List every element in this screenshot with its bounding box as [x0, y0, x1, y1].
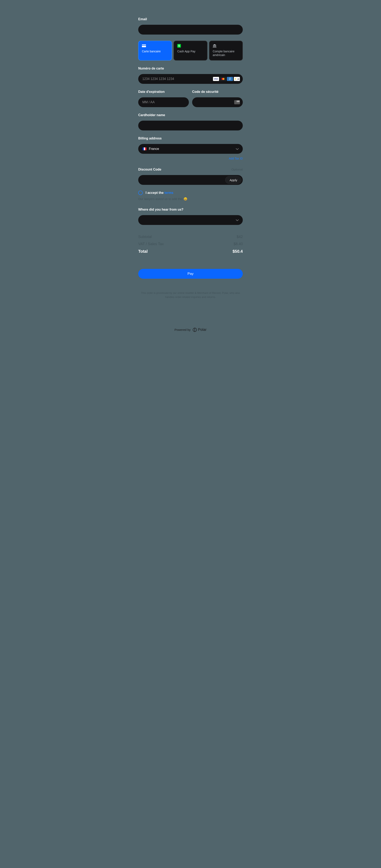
payment-tab-card-label: Carte bancaire	[142, 50, 168, 53]
terms-checkbox[interactable]	[138, 191, 143, 195]
payment-tab-usbank-label: Compte bancaire américain	[213, 50, 239, 57]
mastercard-icon	[220, 77, 226, 81]
polar-logo: Polar	[193, 328, 207, 332]
svg-rect-7	[215, 45, 215, 47]
polar-mark-icon	[193, 328, 197, 332]
vat-label: VAT / Sales Tax	[138, 242, 164, 246]
billing-label: Billing address	[138, 136, 243, 140]
email-input[interactable]	[138, 25, 243, 35]
vat-value: $8.40	[234, 242, 243, 246]
cardholder-input[interactable]	[138, 121, 243, 130]
terms-link[interactable]: terms	[164, 191, 173, 194]
payment-tab-cashapp[interactable]: $ Cash App Pay	[174, 41, 207, 61]
checkout-form: Email Carte bancaire $ Cash App Pay Comp…	[138, 18, 243, 332]
svg-rect-8	[216, 45, 216, 47]
order-summary: Subtotal $42 VAT / Sales Tax $8.40 Total…	[138, 235, 243, 254]
svg-rect-6	[214, 45, 214, 47]
add-tax-id-link[interactable]: Add Tax ID	[229, 157, 243, 160]
payment-method-tabs: Carte bancaire $ Cash App Pay Compte ban…	[138, 41, 243, 61]
email-label: Email	[138, 18, 243, 21]
flag-france-icon	[142, 148, 146, 150]
hear-from-select[interactable]	[138, 215, 243, 225]
polar-brand-name: Polar	[198, 328, 207, 332]
country-select[interactable]	[138, 144, 243, 154]
svg-rect-1	[142, 45, 146, 45]
cvc-icon: 123	[234, 100, 240, 104]
amex-icon: AMEX	[227, 77, 233, 81]
payment-tab-usbank[interactable]: Compte bancaire américain	[209, 41, 243, 61]
cashapp-icon: $	[177, 44, 204, 48]
powered-by-label: Powered by	[174, 328, 190, 332]
payment-tab-cashapp-label: Cash App Pay	[177, 50, 204, 53]
svg-marker-4	[213, 44, 216, 45]
svg-rect-9	[213, 47, 216, 48]
terms-text: I accept the terms	[146, 191, 173, 195]
expiration-label: Date d'expiration	[138, 90, 189, 94]
card-number-label: Numéro de carte	[138, 67, 243, 70]
apply-button[interactable]: Apply	[225, 176, 242, 184]
pay-button[interactable]: Pay	[138, 269, 243, 279]
svg-rect-5	[213, 45, 214, 47]
total-label: Total	[138, 249, 148, 254]
svg-point-11	[222, 78, 224, 80]
svg-rect-0	[142, 44, 146, 47]
subtotal-label: Subtotal	[138, 235, 152, 239]
svg-text:elo: elo	[238, 78, 239, 80]
bank-icon	[213, 44, 239, 48]
discount-label: Discount Code	[138, 168, 161, 172]
hear-from-label: Where did you hear from us?	[138, 208, 243, 211]
svg-point-13	[235, 79, 236, 79]
elo-icon: elo	[234, 77, 240, 81]
optional-label: Optional	[231, 168, 243, 171]
card-icon	[142, 44, 168, 48]
payment-tab-card[interactable]: Carte bancaire	[138, 41, 172, 61]
card-brand-icons: VISA AMEX elo	[213, 77, 240, 81]
svg-text:$: $	[178, 44, 180, 47]
terms-subtitle: Our lawyers asked us to add this 😄	[138, 197, 243, 201]
merchant-note: This order is processed by our online re…	[138, 291, 243, 299]
total-value: $50.4	[233, 249, 243, 254]
visa-icon: VISA	[213, 77, 219, 81]
powered-by: Powered by Polar	[138, 328, 243, 332]
security-code-label: Code de sécurité	[192, 90, 243, 94]
subtotal-value: $42	[237, 235, 243, 239]
expiration-input[interactable]	[138, 97, 189, 107]
cardholder-label: Cardholder name	[138, 113, 243, 117]
